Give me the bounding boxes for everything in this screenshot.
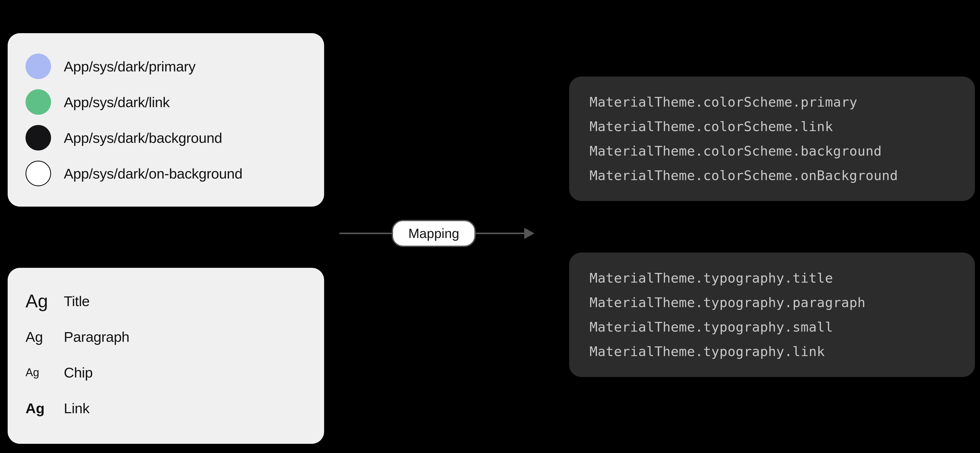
type-specimen-icon: Ag	[25, 400, 51, 416]
design-tokens-typography-card: Ag Title Ag Paragraph Ag Chip Ag Link	[8, 268, 324, 444]
typo-label: Link	[64, 400, 89, 416]
code-line: MaterialTheme.colorScheme.primary	[590, 94, 955, 110]
token-label: App/sys/dark/background	[64, 130, 222, 146]
token-row-primary: App/sys/dark/primary	[25, 48, 306, 84]
typo-label: Chip	[64, 364, 93, 381]
typo-row-paragraph: Ag Paragraph	[25, 319, 306, 354]
token-row-background: App/sys/dark/background	[25, 120, 306, 156]
code-line: MaterialTheme.colorScheme.onBackground	[590, 168, 955, 183]
typo-row-link: Ag Link	[25, 390, 306, 426]
arrow-line-icon	[339, 233, 392, 234]
code-line: MaterialTheme.colorScheme.link	[590, 119, 955, 134]
design-tokens-colors-card: App/sys/dark/primary App/sys/dark/link A…	[8, 33, 324, 207]
arrow-right-icon	[524, 228, 535, 239]
token-label: App/sys/dark/on-background	[64, 165, 242, 182]
code-line: MaterialTheme.colorScheme.background	[590, 143, 955, 159]
mapping-pill: Mapping	[392, 220, 476, 247]
typo-label: Title	[64, 293, 89, 309]
code-line: MaterialTheme.typography.small	[590, 319, 955, 335]
material-typography-card: MaterialTheme.typography.title MaterialT…	[569, 253, 975, 377]
swatch-link	[25, 89, 51, 115]
arrow-line-icon	[476, 233, 524, 234]
token-row-link: App/sys/dark/link	[25, 84, 306, 120]
mapping-arrow: Mapping	[339, 218, 564, 249]
token-label: App/sys/dark/link	[64, 94, 170, 110]
typo-row-chip: Ag Chip	[25, 354, 306, 390]
swatch-on-background	[25, 161, 51, 186]
type-specimen-icon: Ag	[25, 329, 51, 345]
code-line: MaterialTheme.typography.link	[590, 344, 955, 359]
typo-label: Paragraph	[64, 329, 129, 345]
typo-row-title: Ag Title	[25, 283, 306, 319]
token-label: App/sys/dark/primary	[64, 58, 196, 75]
type-specimen-icon: Ag	[25, 366, 51, 379]
type-specimen-icon: Ag	[25, 291, 51, 312]
diagram-canvas: App/sys/dark/primary App/sys/dark/link A…	[0, 0, 980, 453]
material-colorscheme-card: MaterialTheme.colorScheme.primary Materi…	[569, 76, 975, 201]
swatch-primary	[25, 54, 51, 79]
token-row-on-background: App/sys/dark/on-background	[25, 156, 306, 191]
swatch-background	[25, 125, 51, 151]
code-line: MaterialTheme.typography.title	[590, 270, 955, 286]
code-line: MaterialTheme.typography.paragraph	[590, 295, 955, 310]
